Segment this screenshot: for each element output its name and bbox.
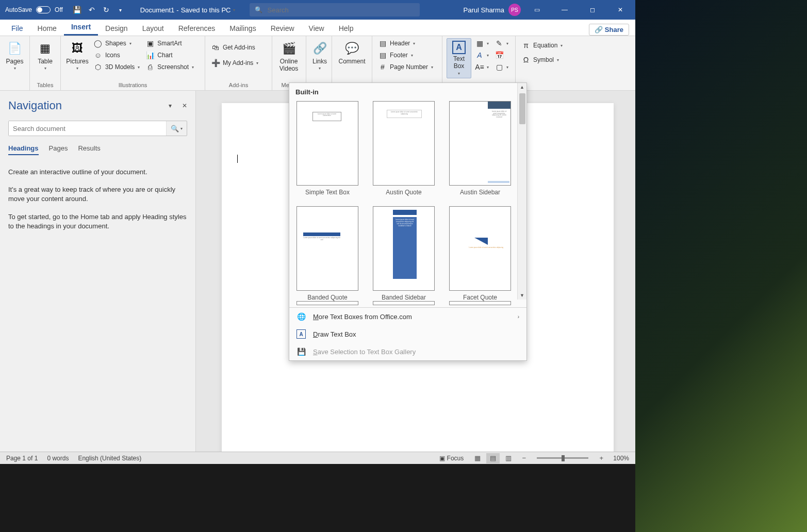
- share-button[interactable]: 🔗 Share: [589, 24, 629, 36]
- gallery-item-partial[interactable]: [373, 301, 435, 305]
- zoom-out-button[interactable]: −: [517, 453, 531, 463]
- datetime-button[interactable]: 📅: [493, 50, 510, 60]
- video-icon: 🎬: [281, 40, 297, 57]
- search-box[interactable]: 🔍: [250, 3, 420, 16]
- pages-button[interactable]: 📄 Pages ▾: [4, 38, 25, 73]
- focus-icon: ▣: [439, 455, 445, 462]
- ribbon-display-icon[interactable]: ▭: [525, 0, 549, 20]
- status-words[interactable]: 0 words: [47, 455, 69, 462]
- close-icon[interactable]: ✕: [608, 0, 632, 20]
- undo-icon[interactable]: ↶: [86, 4, 98, 16]
- shapes-icon: ◯: [94, 39, 102, 47]
- gallery-scrollbar[interactable]: ▲ ▼: [517, 83, 526, 300]
- tab-design[interactable]: Design: [98, 21, 135, 36]
- pictures-button[interactable]: 🖼 Pictures ▾: [65, 38, 90, 73]
- table-button[interactable]: ▦ Table ▾: [34, 38, 56, 73]
- header-icon: ▤: [378, 39, 387, 47]
- tab-mailings[interactable]: Mailings: [222, 21, 263, 36]
- object-button[interactable]: ▢▾: [493, 62, 510, 72]
- quick-parts-button[interactable]: ▦▾: [473, 38, 491, 48]
- symbol-button[interactable]: ΩSymbol▾: [520, 55, 565, 65]
- focus-mode-button[interactable]: ▣Focus: [439, 455, 464, 462]
- gallery-item-austin-quote[interactable]: Lorem ipsum dolor sit amet consectetur a…: [372, 101, 436, 196]
- chart-button[interactable]: 📊Chart: [144, 50, 196, 60]
- equation-icon: π: [522, 41, 530, 49]
- search-input[interactable]: [268, 6, 415, 14]
- chevron-down-icon[interactable]: ▾: [233, 8, 235, 12]
- link-icon: 🔗: [311, 40, 328, 57]
- tab-layout[interactable]: Layout: [135, 21, 171, 36]
- gallery-item-partial[interactable]: [297, 301, 358, 305]
- object-icon: ▢: [495, 63, 503, 71]
- dropcap-button[interactable]: A≡▾: [473, 62, 491, 72]
- online-videos-button[interactable]: 🎬 Online Videos: [276, 38, 301, 75]
- tab-file[interactable]: File: [4, 21, 30, 36]
- zoom-slider[interactable]: [537, 457, 588, 459]
- minimize-icon[interactable]: —: [553, 0, 577, 20]
- more-textboxes-menuitem[interactable]: 🌐 More Text Boxes from Office.com ›: [289, 308, 526, 325]
- maximize-icon[interactable]: ◻: [581, 0, 604, 20]
- footer-button[interactable]: ▤Footer▾: [376, 50, 435, 60]
- icons-button[interactable]: ☺Icons: [92, 50, 142, 60]
- equation-button[interactable]: πEquation▾: [520, 40, 565, 51]
- screenshot-button[interactable]: ⎙Screenshot▾: [144, 62, 196, 72]
- autosave-toggle[interactable]: AutoSave Off: [0, 6, 68, 13]
- draw-textbox-menuitem[interactable]: A Draw Text Box: [289, 325, 526, 343]
- gallery-item-banded-quote[interactable]: Lorem ipsum dolor sit amet consectetur a…: [295, 206, 359, 301]
- comment-icon: 💬: [344, 40, 360, 57]
- wordart-button[interactable]: A▾: [473, 50, 491, 60]
- user-name[interactable]: Parul Sharma: [464, 6, 504, 14]
- nav-close-icon[interactable]: ✕: [182, 102, 187, 109]
- smartart-button[interactable]: ▣SmartArt: [144, 38, 196, 48]
- nav-tab-headings[interactable]: Headings: [8, 144, 39, 155]
- my-addins-button[interactable]: ➕My Add-ins▾: [209, 58, 260, 68]
- page-number-button[interactable]: #Page Number▾: [376, 62, 435, 72]
- group-label: [4, 87, 25, 90]
- gallery-item-simple-textbox[interactable]: Lorem ipsum dolor sit amet consectetur S…: [295, 101, 359, 196]
- tab-review[interactable]: Review: [263, 21, 302, 36]
- get-addins-button[interactable]: 🛍Get Add-ins: [209, 42, 260, 53]
- addins-icon: ➕: [211, 59, 220, 67]
- scroll-up-icon[interactable]: ▲: [518, 83, 526, 91]
- gallery-item-facet-quote[interactable]: Lorem ipsum dolor sit amet consectetur a…: [448, 206, 512, 301]
- web-layout-button[interactable]: ▥: [502, 453, 515, 463]
- scroll-thumb[interactable]: [519, 93, 525, 124]
- nav-search[interactable]: 🔍 ▾: [8, 121, 187, 136]
- user-avatar[interactable]: PS: [508, 4, 521, 16]
- zoom-in-button[interactable]: +: [595, 453, 608, 463]
- signature-button[interactable]: ✎▾: [493, 38, 510, 48]
- links-button[interactable]: 🔗 Links ▾: [310, 38, 329, 73]
- nav-dropdown-icon[interactable]: ▾: [169, 102, 172, 109]
- screenshot-icon: ⎙: [146, 63, 154, 71]
- tab-help[interactable]: Help: [332, 21, 361, 36]
- nav-tab-pages[interactable]: Pages: [49, 144, 68, 155]
- nav-search-button[interactable]: 🔍 ▾: [166, 121, 187, 136]
- group-label-tables: Tables: [34, 81, 56, 90]
- read-mode-button[interactable]: ▦: [471, 453, 484, 463]
- tab-view[interactable]: View: [302, 21, 332, 36]
- text-box-gallery: Built-in ▲ ▼ Lorem ipsum dolor sit amet …: [289, 82, 527, 361]
- chart-icon: 📊: [146, 51, 154, 59]
- tab-references[interactable]: References: [171, 21, 223, 36]
- zoom-level[interactable]: 100%: [613, 455, 629, 462]
- nav-search-input[interactable]: [9, 121, 166, 136]
- 3d-models-button[interactable]: ⬡3D Models▾: [92, 62, 142, 72]
- redo-icon[interactable]: ↻: [100, 4, 112, 16]
- print-layout-button[interactable]: ▤: [486, 453, 500, 463]
- text-box-button[interactable]: A Text Box ▾: [447, 38, 471, 78]
- tab-insert[interactable]: Insert: [64, 20, 98, 36]
- tab-home[interactable]: Home: [30, 21, 64, 36]
- gallery-item-partial[interactable]: [449, 301, 511, 305]
- status-language[interactable]: English (United States): [78, 455, 141, 462]
- save-icon[interactable]: 💾: [71, 4, 84, 16]
- status-page[interactable]: Page 1 of 1: [6, 455, 38, 462]
- comment-button[interactable]: 💬 Comment: [336, 38, 368, 67]
- header-button[interactable]: ▤Header▾: [376, 38, 435, 48]
- shapes-button[interactable]: ◯Shapes▾: [92, 38, 142, 48]
- qat-customize-icon[interactable]: ▾: [114, 4, 127, 16]
- group-label-illustrations: Illustrations: [65, 81, 201, 90]
- scroll-down-icon[interactable]: ▼: [518, 291, 526, 300]
- gallery-item-banded-sidebar[interactable]: Lorem ipsum dolor sit amet consectetur a…: [372, 206, 436, 301]
- nav-tab-results[interactable]: Results: [78, 144, 100, 155]
- gallery-item-austin-sidebar[interactable]: Lorem ipsum dolor sit amet consectetur a…: [448, 101, 512, 196]
